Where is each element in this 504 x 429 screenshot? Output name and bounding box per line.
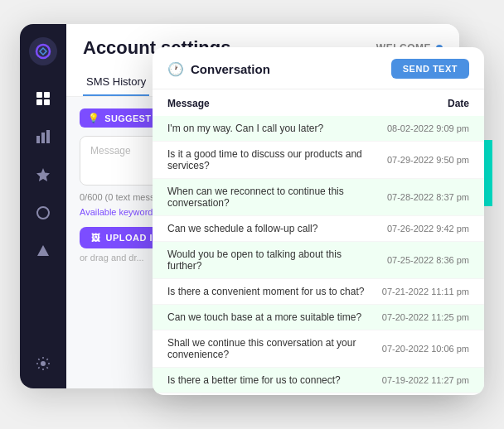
- table-row: Shall we continue this conversation at y…: [153, 330, 484, 368]
- sidebar-item-triangle[interactable]: [32, 239, 55, 263]
- table-row: Can we touch base at a more suitable tim…: [153, 305, 484, 330]
- svg-rect-1: [36, 92, 42, 98]
- message-text: Can we schedule a follow-up call?: [167, 223, 387, 234]
- conversation-title: Conversation: [191, 62, 270, 76]
- svg-point-9: [37, 207, 49, 219]
- table-row: Is there a convenient moment for us to c…: [153, 279, 484, 305]
- svg-marker-10: [37, 245, 49, 256]
- sidebar: [20, 24, 66, 388]
- message-text: Is there a convenient moment for us to c…: [167, 286, 382, 297]
- message-date: 07-20-2022 10:06 pm: [382, 344, 469, 354]
- suggest-icon: 💡: [88, 113, 99, 123]
- send-text-button[interactable]: SEND TEXT: [391, 59, 469, 79]
- message-text: Would you be open to talking about this …: [167, 248, 387, 272]
- svg-point-11: [41, 361, 46, 366]
- message-placeholder: Message: [90, 145, 131, 157]
- col-message-header: Message: [167, 98, 210, 109]
- table-header: Message Date: [153, 89, 484, 116]
- table-row: Is it a good time to discuss our product…: [153, 142, 484, 179]
- message-date: 07-28-2022 8:37 pm: [387, 192, 469, 202]
- conv-title-row: 🕐 Conversation: [167, 61, 270, 77]
- message-text: Is there a better time for us to connect…: [167, 374, 382, 386]
- message-date: 07-19-2022 11:27 pm: [382, 375, 469, 385]
- svg-rect-6: [41, 133, 45, 143]
- message-date: 07-29-2022 9:50 pm: [387, 155, 469, 165]
- svg-rect-2: [44, 92, 50, 98]
- conversation-messages: I'm on my way. Can I call you later? 08-…: [153, 116, 484, 395]
- upload-icon: 🖼: [91, 233, 101, 243]
- table-row: Can we schedule a follow-up call? 07-26-…: [153, 216, 484, 242]
- message-text: I'm on my way. Can I call you later?: [167, 123, 387, 134]
- svg-rect-7: [46, 130, 50, 143]
- table-row: When can we reconnect to continue this c…: [153, 179, 484, 216]
- svg-rect-5: [36, 136, 40, 143]
- sidebar-item-grid[interactable]: [32, 87, 55, 110]
- message-date: 07-21-2022 11:11 pm: [382, 287, 469, 296]
- message-text: Shall we continue this conversation at y…: [167, 337, 382, 360]
- message-text: When can we reconnect to continue this c…: [167, 186, 387, 209]
- svg-marker-8: [36, 168, 50, 181]
- message-date: 07-25-2022 8:36 pm: [387, 255, 469, 265]
- table-row: I'm on my way. Can I call you later? 08-…: [153, 116, 484, 142]
- conversation-header: 🕐 Conversation SEND TEXT: [153, 47, 484, 89]
- message-date: 08-02-2022 9:09 pm: [387, 123, 469, 133]
- message-text: Can we touch base at a more suitable tim…: [167, 311, 382, 323]
- sidebar-item-star[interactable]: [32, 163, 55, 186]
- conversation-panel: 🕐 Conversation SEND TEXT Message Date I'…: [153, 47, 484, 395]
- sidebar-item-gear[interactable]: [32, 352, 55, 375]
- table-row: Would you be open to talking about this …: [153, 242, 484, 279]
- sidebar-item-circle[interactable]: [32, 201, 55, 224]
- message-text: Is it a good time to discuss our product…: [167, 148, 387, 171]
- col-date-header: Date: [448, 98, 469, 109]
- sidebar-item-chart[interactable]: [32, 125, 55, 148]
- conversation-icon: 🕐: [167, 61, 184, 77]
- logo[interactable]: [29, 37, 57, 65]
- svg-point-0: [36, 45, 50, 58]
- message-date: 07-20-2022 11:25 pm: [382, 312, 469, 322]
- svg-rect-4: [44, 99, 50, 105]
- message-date: 07-26-2022 9:42 pm: [387, 224, 469, 234]
- keywords-label: Available keywords:: [80, 207, 160, 217]
- table-row: Is there a better time for us to connect…: [153, 368, 484, 393]
- svg-rect-3: [36, 99, 42, 105]
- tab-sms-history[interactable]: SMS History: [83, 69, 149, 96]
